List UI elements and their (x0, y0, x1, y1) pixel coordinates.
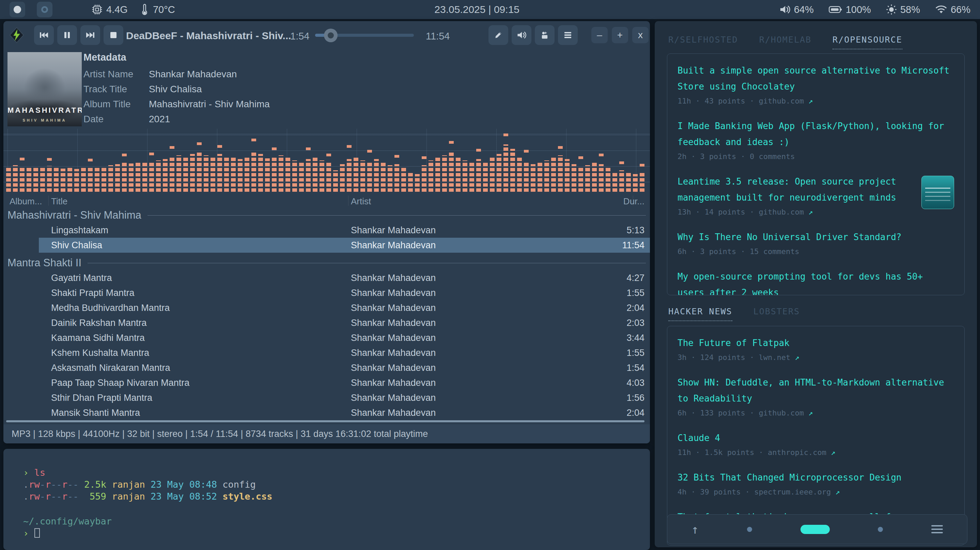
brightness-module[interactable]: 58% (886, 4, 920, 15)
track-duration: 11:54 (622, 240, 644, 251)
track-duration: 1:54 (627, 363, 644, 373)
track-row[interactable]: Gayatri MantraShankar Mahadevan4:27 (3, 270, 650, 285)
column-title[interactable]: Title (51, 196, 67, 207)
track-artist: Shankar Mahadevan (351, 333, 436, 343)
next-button[interactable] (80, 25, 100, 45)
workspace-indicator-1[interactable] (10, 2, 25, 17)
track-row[interactable]: Kaamana Sidhi MantraShankar Mahadevan3:4… (3, 330, 650, 345)
add-button[interactable]: + (612, 27, 628, 43)
stop-button[interactable] (103, 25, 123, 45)
seek-knob[interactable] (324, 29, 337, 42)
post-title[interactable]: Leantime 3.5 release: Open source projec… (678, 174, 916, 206)
temperature-value: 70°C (153, 4, 175, 15)
news-tabs: HACKER NEWS LOBSTERS (668, 307, 800, 321)
tab-r-selfhosted[interactable]: R/SELFHOSTED (668, 35, 738, 49)
column-album[interactable]: Album... (10, 196, 42, 207)
page-dot-1[interactable] (747, 527, 752, 532)
feed-post[interactable]: My open-source prompting tool for devs h… (678, 269, 954, 295)
post-title[interactable]: The Future of Flatpak (678, 335, 954, 351)
menu-icon[interactable] (931, 525, 943, 533)
spectrum-analyzer (3, 129, 650, 192)
thermometer-icon (139, 4, 150, 15)
track-row[interactable]: Mansik Shanti MantraShankar Mahadevan2:0… (3, 405, 650, 416)
feed-post[interactable]: Built a simple open source alternative t… (678, 63, 954, 105)
feed-post[interactable]: Why Is There No Universal Driver Standar… (678, 229, 954, 256)
feed-post[interactable]: Leantime 3.5 release: Open source projec… (678, 174, 954, 216)
feed-post[interactable]: Show HN: Defuddle, an HTML-to-Markdown a… (678, 375, 954, 417)
page-dot-2[interactable] (878, 527, 883, 532)
post-title[interactable]: Show HN: Defuddle, an HTML-to-Markdown a… (678, 375, 954, 407)
track-row[interactable]: Medha Budhivardhan MantraShankar Mahadev… (3, 300, 650, 315)
previous-button[interactable] (34, 25, 54, 45)
tab-r-homelab[interactable]: R/HOMELAB (759, 35, 811, 49)
column-duration[interactable]: Dur... (624, 196, 644, 207)
clock: 23.05.2025 | 09:15 (434, 4, 519, 15)
close-button[interactable]: x (632, 27, 649, 43)
track-row[interactable]: Sthir Dhan Prapti MantraShankar Mahadeva… (3, 390, 650, 405)
track-row[interactable]: Askasmath Nirakaran MantraShankar Mahade… (3, 360, 650, 375)
horizontal-scrollbar[interactable] (6, 420, 644, 422)
track-duration: 1:56 (627, 393, 644, 403)
volume-button[interactable] (512, 25, 531, 45)
metadata-label: Date (83, 112, 149, 127)
track-title: Shakti Prapti Mantra (51, 288, 135, 298)
tab-lobsters[interactable]: LOBSTERS (754, 307, 800, 321)
feed-post[interactable]: The Future of Flatpak 3h · 124 points · … (678, 335, 954, 362)
file-name: style.css (223, 491, 272, 502)
feed-post[interactable]: I Made Banking Web App (Flask/Python), l… (678, 118, 954, 161)
track-duration: 1:55 (627, 288, 644, 298)
track-artist: Shankar Mahadevan (351, 288, 436, 298)
volume-module[interactable]: 64% (779, 4, 814, 15)
track-duration: 2:04 (627, 408, 644, 416)
track-row[interactable]: Shakti Prapti MantraShankar Mahadevan1:5… (3, 285, 650, 300)
track-artist: Shankar Mahadevan (351, 273, 436, 283)
feed-post[interactable]: 32 Bits That Changed Microprocessor Desi… (678, 470, 954, 496)
post-meta: 6h · 3 points · 15 comments ↗ (678, 247, 954, 256)
playlist[interactable]: Mahashivratri - Shiv Mahima Lingashtakam… (3, 208, 650, 416)
menu-button[interactable] (558, 25, 578, 45)
plugins-button[interactable] (535, 25, 555, 45)
post-thumbnail[interactable] (921, 176, 954, 209)
cpu-frequency: 4.4G (106, 4, 128, 15)
tab-hacker-news[interactable]: HACKER NEWS (668, 307, 732, 321)
feed-post[interactable]: Claude 4 11h · 1.5k points · anthropic.c… (678, 430, 954, 457)
track-title: Mansik Shanti Mantra (51, 408, 140, 416)
scroll-top-icon[interactable]: ↑ (692, 522, 699, 536)
tab-r-opensource[interactable]: R/OPENSOURCE (832, 35, 902, 49)
edit-button[interactable] (488, 25, 508, 45)
minimize-button[interactable]: – (591, 27, 608, 43)
playlist-column-header[interactable]: Album... Title Artist Dur... (3, 195, 650, 207)
page-pill-active[interactable] (800, 525, 830, 534)
track-row[interactable]: Dainik Rakshan MantraShankar Mahadevan2:… (3, 315, 650, 330)
metadata-label: Album Title (83, 97, 149, 112)
metadata-panel: Metadata Artist NameShankar Mahadevan Tr… (83, 51, 424, 130)
post-title[interactable]: Built a simple open source alternative t… (678, 63, 954, 95)
track-row[interactable]: Paap Taap Shaap Nivaran MantraShankar Ma… (3, 375, 650, 390)
post-title[interactable]: Claude 4 (678, 430, 954, 446)
track-row[interactable]: Kshem Kushalta MantraShankar Mahadevan1:… (3, 345, 650, 360)
workspace-indicator-2[interactable] (37, 2, 52, 17)
terminal-prompt-line[interactable]: › (23, 527, 650, 539)
post-source: anthropic.com (768, 448, 826, 457)
terminal-window[interactable]: › ls .rw-r--r-- 2.5k ranjan 23 May 08:48… (3, 449, 650, 550)
network-module[interactable]: 66% (935, 4, 970, 15)
seek-bar[interactable] (315, 34, 414, 37)
pause-button[interactable] (57, 25, 77, 45)
album-art: MAHASHIVRATRI SHIV MAHIMA (8, 52, 82, 126)
post-title[interactable]: 32 Bits That Changed Microprocessor Desi… (678, 470, 954, 486)
external-link-icon: ↗ (835, 488, 840, 496)
metadata-label: Artist Name (83, 67, 149, 82)
post-title[interactable]: My open-source prompting tool for devs h… (678, 269, 954, 295)
brightness-value: 58% (900, 4, 920, 15)
track-row[interactable]: LingashtakamShankar Mahadevan5:13 (3, 223, 650, 238)
battery-module[interactable]: 100% (829, 4, 871, 15)
battery-value: 100% (846, 4, 871, 15)
column-divider (48, 196, 49, 206)
column-artist[interactable]: Artist (351, 196, 371, 207)
post-title[interactable]: I Made Banking Web App (Flask/Python), l… (678, 118, 954, 150)
track-row-selected[interactable]: Shiv ChalisaShankar Mahadevan11:54 (3, 238, 650, 253)
spectrum-bars (6, 129, 650, 192)
album-group-header: Mantra Shakti II (3, 256, 650, 270)
hacker-news-card: The Future of Flatpak 3h · 124 points · … (667, 326, 965, 545)
post-title[interactable]: Why Is There No Universal Driver Standar… (678, 229, 954, 245)
